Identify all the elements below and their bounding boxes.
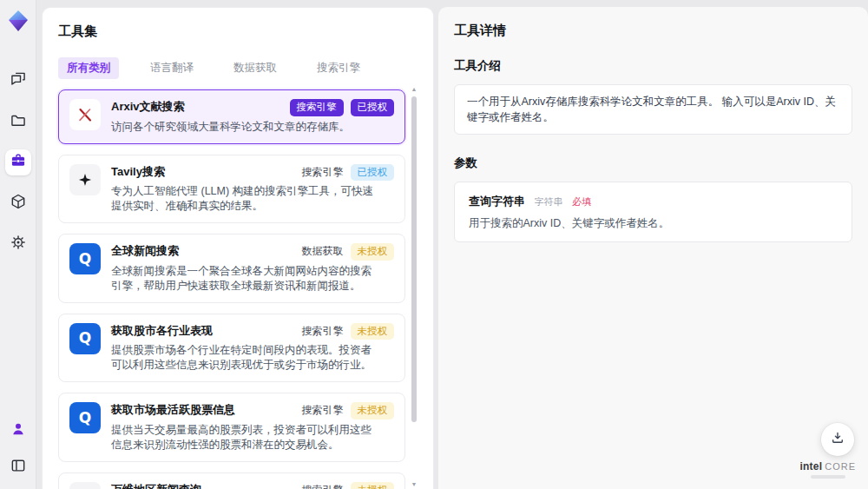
- app-root: 工具集 所有类别 语言翻译 数据获取 搜索引擎 Arxiv文献搜索: [0, 0, 868, 489]
- app-logo-icon: [6, 9, 30, 33]
- brand-core-text: CORE: [825, 461, 856, 472]
- auth-status-badge: 未授权: [351, 323, 395, 340]
- brand-underline: [811, 475, 845, 479]
- sidebar-bottom: [5, 418, 31, 480]
- parameter-description: 用于搜索的Arxiv ID、关键字或作者姓名。: [469, 216, 838, 231]
- arxiv-logo-icon: [69, 99, 101, 130]
- package-icon: [10, 193, 27, 214]
- intel-core-logo: intelCORE: [800, 460, 856, 479]
- tool-card-arxiv[interactable]: Arxiv文献搜索 搜索引擎 已授权 访问各个研究领域大量科学论文和文章的存储库…: [58, 89, 405, 144]
- tool-card-active-stocks[interactable]: Q 获取市场最活跃股票信息 搜索引擎 未授权 提供当天交易量最高的股票列表，投资…: [58, 393, 405, 462]
- tab-search-engine[interactable]: 搜索引擎: [308, 57, 369, 79]
- category-label: 数据获取: [302, 244, 344, 259]
- tool-title: 获取市场最活跃股票信息: [111, 402, 235, 418]
- tool-card-regional-news[interactable]: 万维地区新闻查询 搜索引擎 未授权 查询具体行政区划内的新闻，快速了解各地新闻动: [58, 472, 405, 489]
- category-badge: 搜索引擎: [290, 99, 344, 116]
- user-icon: [10, 420, 27, 441]
- tool-title: Tavily搜索: [111, 164, 165, 180]
- sparkle-icon: [69, 164, 101, 195]
- auth-status-badge: 未授权: [351, 243, 395, 261]
- auth-status-badge: 已授权: [351, 164, 395, 182]
- tools-panel-title: 工具集: [58, 23, 418, 40]
- panel-toggle-button[interactable]: [5, 454, 31, 480]
- details-title: 工具详情: [454, 23, 852, 39]
- tool-title: 获取股市各行业表现: [111, 323, 213, 339]
- tab-data-fetching[interactable]: 数据获取: [225, 57, 286, 79]
- parameter-card: 查询字符串 字符串 必填 用于搜索的Arxiv ID、关键字或作者姓名。: [454, 182, 852, 242]
- tool-description: 专为人工智能代理 (LLM) 构建的搜索引擎工具，可快速提供实时、准确和真实的结…: [111, 184, 382, 214]
- sidebar-item-packages[interactable]: [5, 190, 31, 216]
- scroll-up-arrow[interactable]: ▲: [411, 86, 418, 93]
- tool-details-panel: 工具详情 工具介绍 一个用于从Arxiv存储库搜索科学论文和文章的工具。 输入可…: [438, 7, 868, 489]
- tool-title: Arxiv文献搜索: [111, 99, 185, 115]
- sidebar-item-files[interactable]: [5, 109, 31, 135]
- category-label: 搜索引擎: [302, 483, 344, 489]
- tool-list: Arxiv文献搜索 搜索引擎 已授权 访问各个研究领域大量科学论文和文章的存储库…: [58, 89, 418, 489]
- tool-description: 访问各个研究领域大量科学论文和文章的存储库。: [111, 120, 382, 135]
- newspaper-icon: [69, 482, 101, 489]
- download-button[interactable]: [821, 423, 854, 456]
- app-sidebar: [0, 0, 36, 489]
- tool-intro-text: 一个用于从Arxiv存储库搜索科学论文和文章的工具。 输入可以是Arxiv ID…: [467, 96, 836, 123]
- toolbox-icon: [10, 152, 27, 173]
- panel-toggle-icon: [10, 457, 27, 478]
- intro-heading: 工具介绍: [454, 58, 852, 74]
- gear-icon: [10, 234, 27, 254]
- category-label: 搜索引擎: [302, 403, 344, 418]
- tool-card-sector-performance[interactable]: Q 获取股市各行业表现 搜索引擎 未授权 提供股票市场各个行业在特定时间段内的表…: [58, 314, 405, 383]
- folder-icon: [10, 111, 27, 132]
- auth-status-badge: 已授权: [351, 99, 395, 116]
- sidebar-nav: [5, 68, 31, 257]
- parameter-required-label: 必填: [572, 196, 591, 207]
- tab-language-translation[interactable]: 语言翻译: [141, 57, 202, 79]
- news-search-icon: Q: [69, 402, 101, 433]
- news-search-icon: Q: [69, 323, 101, 354]
- tool-title: 全球新闻搜索: [111, 243, 179, 259]
- user-avatar[interactable]: [5, 418, 31, 444]
- news-search-icon: Q: [69, 243, 101, 274]
- parameter-name: 查询字符串: [469, 195, 525, 208]
- params-heading: 参数: [454, 155, 852, 171]
- parameter-type: 字符串: [534, 196, 562, 207]
- download-icon: [830, 430, 845, 449]
- category-label: 搜索引擎: [302, 165, 344, 180]
- tool-description: 全球新闻搜索是一个聚合全球各大新闻网站内容的搜索引擎，帮助用户快速获取全球最新资…: [111, 264, 382, 294]
- tool-description: 提供股票市场各个行业在特定时间段内的表现。投资者可以利用这些信息来识别表现优于或…: [111, 343, 382, 373]
- chat-icon: [10, 70, 27, 91]
- auth-status-badge: 未授权: [351, 402, 395, 420]
- auth-status-badge: 未授权: [351, 482, 395, 489]
- brand-intel-text: intel: [800, 460, 823, 472]
- category-label: 搜索引擎: [302, 324, 344, 339]
- tool-title: 万维地区新闻查询: [111, 482, 201, 489]
- tool-card-tavily[interactable]: Tavily搜索 搜索引擎 已授权 专为人工智能代理 (LLM) 构建的搜索引擎…: [58, 155, 405, 224]
- tools-panel: 工具集 所有类别 语言翻译 数据获取 搜索引擎 Arxiv文献搜索: [42, 7, 434, 489]
- tool-card-global-news[interactable]: Q 全球新闻搜索 数据获取 未授权 全球新闻搜索是一个聚合全球各大新闻网站内容的…: [58, 234, 405, 303]
- tool-intro-box: 一个用于从Arxiv存储库搜索科学论文和文章的工具。 输入可以是Arxiv ID…: [454, 84, 852, 135]
- category-tabs: 所有类别 语言翻译 数据获取 搜索引擎: [58, 57, 418, 79]
- tool-description: 提供当天交易量最高的股票列表，投资者可以利用这些信息来识别流动性强的股票和潜在的…: [111, 423, 382, 453]
- sidebar-item-settings[interactable]: [5, 231, 31, 257]
- scroll-down-arrow[interactable]: ▼: [411, 481, 418, 488]
- scrollbar-thumb[interactable]: [411, 96, 417, 422]
- sidebar-item-chat[interactable]: [5, 68, 31, 94]
- list-scrollbar: ▲ ▼: [411, 89, 418, 486]
- tab-all-categories[interactable]: 所有类别: [58, 57, 119, 79]
- sidebar-item-tools[interactable]: [5, 149, 31, 175]
